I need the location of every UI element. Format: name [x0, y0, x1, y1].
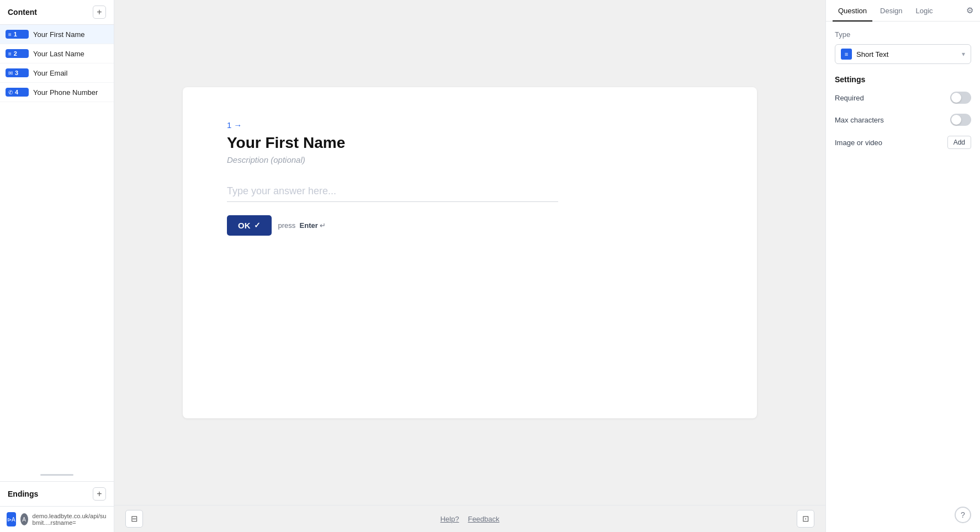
item-num-4: 4 [15, 89, 18, 95]
help-circle-button[interactable]: ? [955, 507, 971, 523]
question-number-row: 1 → [227, 120, 713, 130]
sidebar-item-3[interactable]: ✉ 3 Your Email [0, 63, 114, 83]
required-label: Required [835, 94, 864, 102]
preview-icon: ⊡ [802, 514, 809, 524]
answer-input[interactable] [227, 181, 558, 202]
endings-title: Endings [8, 490, 38, 498]
tab-question[interactable]: Question [833, 0, 872, 22]
item-label-4: Your Phone Number [33, 88, 98, 97]
required-toggle-knob [951, 93, 961, 103]
tab-logic[interactable]: Logic [910, 0, 939, 22]
ok-row: OK ✓ press Enter ↵ [227, 215, 713, 236]
main-bottom-bar: ⊟ Help? Feedback ⊡ [114, 505, 825, 532]
item-label-3: Your Email [33, 69, 67, 77]
sidebar-item-1[interactable]: ≡ 1 Your First Name [0, 25, 114, 44]
item-badge-4: ✆ 4 [6, 88, 29, 97]
item-label-2: Your Last Name [33, 50, 84, 58]
footer-url: demo.leadbyte.co.uk/api/submit....rstnam… [33, 513, 107, 526]
help-question-icon: ? [961, 510, 965, 519]
bottom-center-links: Help? Feedback [440, 515, 499, 523]
max-characters-toggle[interactable] [950, 114, 971, 126]
image-video-row: Image or video Add [835, 136, 971, 149]
right-panel: Question Design Logic ⚙ Type ≡ Short Tex… [825, 0, 980, 532]
type-select-label: Short Text [856, 50, 957, 58]
sidebar-toggle-icon: ⊟ [131, 514, 138, 524]
question-num-wrap: 1 → [227, 120, 242, 130]
enter-symbol: ↵ [320, 221, 326, 230]
canvas-area: 1 → Your First Name Description (optiona… [114, 0, 825, 505]
right-panel-body: Type ≡ Short Text ▾ Settings Required Ma… [826, 22, 980, 532]
press-hint: press Enter ↵ [278, 221, 326, 230]
text-icon-1: ≡ [8, 31, 12, 38]
item-badge-1: ≡ 1 [6, 30, 29, 39]
required-toggle[interactable] [950, 92, 971, 104]
type-select-dropdown[interactable]: ≡ Short Text ▾ [835, 44, 971, 64]
item-num-3: 3 [15, 70, 18, 76]
question-description: Description (optional) [227, 155, 713, 164]
required-row: Required [835, 92, 971, 104]
avatar-letter: A [22, 517, 26, 523]
settings-section: Settings Required Max characters Image o… [835, 75, 971, 149]
type-select-wrapper: ≡ Short Text ▾ [835, 44, 971, 64]
item-label-1: Your First Name [33, 30, 84, 39]
type-icon-symbol: ≡ [845, 51, 848, 57]
help-link[interactable]: Help? [440, 515, 459, 523]
content-header: Content + [0, 0, 114, 25]
item-num-1: 1 [14, 31, 17, 38]
item-badge-3: ✉ 3 [6, 68, 29, 77]
enter-label: Enter [300, 221, 318, 230]
tab-logic-label: Logic [916, 7, 933, 15]
image-video-label: Image or video [835, 139, 882, 147]
max-characters-label: Max characters [835, 116, 884, 124]
question-arrow: → [234, 120, 242, 130]
tab-question-label: Question [838, 7, 867, 15]
press-text: press [278, 221, 296, 230]
type-section-label: Type [835, 30, 971, 39]
toggle-sidebar-button[interactable]: ⊟ [125, 510, 143, 528]
email-icon-3: ✉ [8, 70, 13, 76]
content-title: Content [8, 8, 37, 17]
chevron-down-icon: ▾ [962, 50, 965, 58]
phone-icon-4: ✆ [8, 89, 13, 95]
ok-button[interactable]: OK ✓ [227, 215, 272, 236]
form-preview-card: 1 → Your First Name Description (optiona… [183, 87, 757, 418]
add-content-button[interactable]: + [93, 6, 106, 19]
main-area: 1 → Your First Name Description (optiona… [114, 0, 825, 532]
tab-design[interactable]: Design [875, 0, 908, 22]
ok-label: OK [238, 221, 251, 230]
item-badge-2: ≡ 2 [6, 49, 29, 58]
feedback-link[interactable]: Feedback [468, 515, 499, 523]
add-endings-button[interactable]: + [93, 487, 106, 501]
left-sidebar: Content + ≡ 1 Your First Name ≡ 2 Your L… [0, 0, 114, 532]
preview-toggle-button[interactable]: ⊡ [797, 510, 814, 528]
ok-check-icon: ✓ [254, 221, 261, 230]
sidebar-footer: ⊳A A demo.leadbyte.co.uk/api/submit....r… [0, 506, 114, 532]
right-panel-tabs: Question Design Logic ⚙ [826, 0, 980, 22]
sidebar-items-list: ≡ 1 Your First Name ≡ 2 Your Last Name ✉… [0, 25, 114, 469]
question-title: Your First Name [227, 134, 713, 152]
question-number: 1 [227, 120, 231, 130]
sidebar-item-4[interactable]: ✆ 4 Your Phone Number [0, 83, 114, 102]
gear-icon[interactable]: ⚙ [966, 1, 973, 20]
sidebar-item-2[interactable]: ≡ 2 Your Last Name [0, 44, 114, 63]
text-icon-2: ≡ [8, 51, 12, 57]
short-text-icon: ≡ [841, 49, 852, 60]
api-icon: ⊳A [7, 517, 15, 523]
item-num-2: 2 [14, 50, 17, 57]
max-characters-row: Max characters [835, 114, 971, 126]
tab-design-label: Design [880, 7, 902, 15]
endings-header: Endings + [0, 482, 114, 506]
max-characters-toggle-knob [951, 115, 961, 125]
endings-section: Endings + [0, 481, 114, 506]
footer-avatar: A [20, 513, 28, 525]
add-image-button[interactable]: Add [947, 136, 971, 149]
separator-line [40, 474, 73, 476]
footer-icon-box: ⊳A [7, 512, 16, 526]
settings-title: Settings [835, 75, 971, 84]
sidebar-separator [0, 469, 114, 481]
